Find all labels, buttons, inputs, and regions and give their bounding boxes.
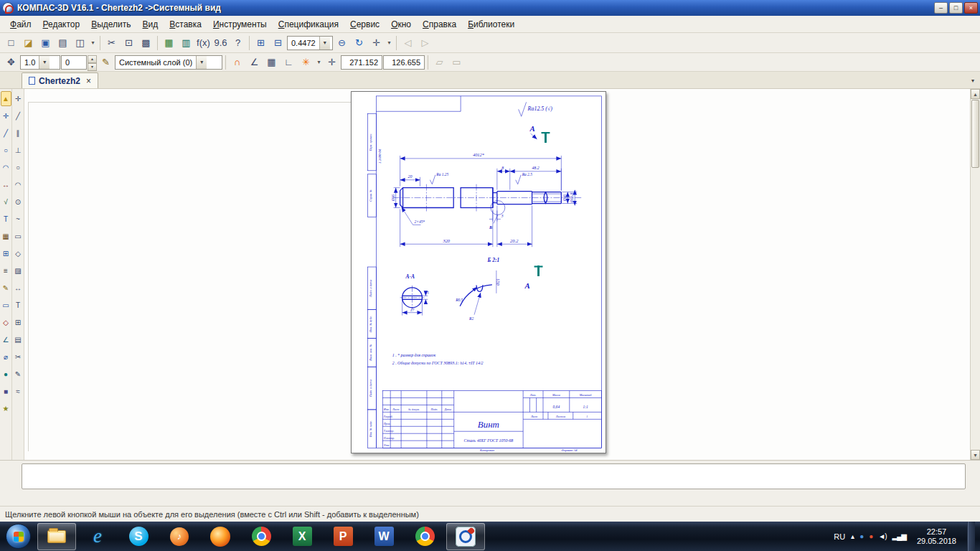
tool-ellipse[interactable]: ⊙ xyxy=(13,194,24,209)
minimize-button[interactable]: – xyxy=(934,2,948,14)
context-help-button[interactable]: ? xyxy=(230,35,246,51)
scrollbar-track[interactable] xyxy=(971,169,980,450)
layer-combo[interactable]: Системный слой (0) ▾ xyxy=(115,55,222,70)
start-button[interactable] xyxy=(6,524,31,549)
taskbar-clock[interactable]: 22:57 29.05.2018 xyxy=(912,527,961,546)
tab-chertezh2[interactable]: Chertezh2 × xyxy=(22,72,98,88)
spin-down-icon[interactable]: ▾ xyxy=(88,63,97,71)
zoom-frame-button[interactable]: ⊟ xyxy=(270,35,286,51)
taskbar-word[interactable]: W xyxy=(364,523,403,550)
panel-angle[interactable]: ∠ xyxy=(1,332,11,347)
open-button[interactable]: ◪ xyxy=(20,35,37,51)
taskbar-kompas[interactable] xyxy=(446,523,485,550)
menu-window[interactable]: Окно xyxy=(385,17,417,32)
taskbar-firefox[interactable] xyxy=(201,523,240,550)
coordinate-x-field[interactable]: 271.152 xyxy=(341,55,382,70)
tool-hatch[interactable]: ▨ xyxy=(13,263,24,278)
taskbar-browser[interactable] xyxy=(405,523,444,550)
panel-edit[interactable]: ✎ xyxy=(1,281,11,296)
snap-move-button[interactable]: ✥ xyxy=(3,55,19,70)
panel-select[interactable]: ▲ xyxy=(1,91,11,106)
rounding-button[interactable]: ✳ xyxy=(298,55,314,70)
panel-geometry[interactable]: ✛ xyxy=(1,108,11,123)
panel-measure[interactable]: ● xyxy=(1,367,11,382)
grid-button[interactable]: ▦ xyxy=(263,55,280,70)
taskbar-powerpoint[interactable]: P xyxy=(324,523,362,550)
panel-roughness[interactable]: √ xyxy=(1,194,11,209)
tool-perpendicular[interactable]: ⊥ xyxy=(13,143,24,158)
next-view-button[interactable]: ▷ xyxy=(417,35,433,51)
tool-approx[interactable]: ≈ xyxy=(13,384,24,399)
angle-snap-button[interactable]: ∠ xyxy=(246,55,263,70)
tool-text[interactable]: Т xyxy=(13,298,24,313)
zoom-out-button[interactable]: ⊖ xyxy=(334,35,350,51)
scroll-down-icon[interactable]: ▾ xyxy=(971,450,980,460)
taskbar-chrome[interactable] xyxy=(242,523,281,550)
tool-rectangle[interactable]: ▭ xyxy=(13,229,24,244)
drawing-sheet-svg[interactable]: Перв. примен. Справ. № Подп. и дата Инв.… xyxy=(352,92,606,453)
tab-close-icon[interactable]: × xyxy=(84,76,91,86)
pan-button[interactable]: ✛ xyxy=(368,35,385,51)
panel-rectangle[interactable]: ▭ xyxy=(1,298,11,313)
panel-dimensions[interactable]: ↔ xyxy=(1,177,11,192)
new-caret-icon[interactable]: ▾ xyxy=(89,35,97,51)
tray-volume-icon[interactable]: ◄) xyxy=(878,532,886,540)
zoom-combo-arrow-icon[interactable]: ▾ xyxy=(319,37,330,50)
report-button[interactable]: ▥ xyxy=(178,35,194,51)
tool-cursor[interactable]: ✛ xyxy=(13,91,24,106)
angle-spinner[interactable]: ▴ ▾ xyxy=(88,55,97,70)
menu-editor[interactable]: Редактор xyxy=(37,17,86,32)
taskbar-skype[interactable]: S xyxy=(119,523,158,550)
menu-file[interactable]: Файл xyxy=(4,17,37,32)
menu-service[interactable]: Сервис xyxy=(344,17,385,32)
panel-library[interactable]: ★ xyxy=(1,401,11,416)
precision-button[interactable]: 9.6 xyxy=(212,35,229,51)
tool-arc[interactable]: ◠ xyxy=(13,177,24,192)
tray-hidden-icons-arrow[interactable]: ▴ xyxy=(851,532,854,540)
specification-button[interactable]: ▦ xyxy=(161,35,177,51)
language-indicator[interactable]: RU xyxy=(834,532,845,541)
scrollbar-thumb[interactable] xyxy=(971,100,979,168)
panel-parameterization[interactable]: ◇ xyxy=(1,315,11,330)
panel-hatch[interactable]: ▦ xyxy=(1,229,11,244)
cut-button[interactable]: ✂ xyxy=(103,35,120,51)
curve-scale-arrow-icon[interactable]: ▾ xyxy=(39,56,50,69)
menu-tools[interactable]: Инструменты xyxy=(207,17,273,32)
scroll-up-icon[interactable]: ▴ xyxy=(971,89,980,99)
zoom-area-button[interactable]: ⊞ xyxy=(253,35,269,51)
taskbar-media-player[interactable]: ♪ xyxy=(160,523,199,550)
zoom-caret-icon[interactable]: ▾ xyxy=(385,35,393,51)
paste-button[interactable]: ▩ xyxy=(138,35,154,51)
save-button[interactable]: ▣ xyxy=(37,35,54,51)
tool-circle[interactable]: ○ xyxy=(13,160,24,175)
drawing-sheet[interactable]: Перв. примен. Справ. № Подп. и дата Инв.… xyxy=(351,91,606,453)
menu-specification[interactable]: Спецификация xyxy=(273,17,344,32)
tool-spline[interactable]: ~ xyxy=(13,212,24,227)
zoom-combo[interactable]: 0.4472 ▾ xyxy=(287,36,333,50)
tool-table[interactable]: ⊞ xyxy=(13,315,24,330)
variables-button[interactable]: f(x) xyxy=(195,35,212,51)
tool-view[interactable]: ▤ xyxy=(13,332,24,347)
spin-up-icon[interactable]: ▴ xyxy=(88,55,97,63)
curve-scale-combo[interactable]: 1.0 ▾ xyxy=(20,55,60,70)
properties-button[interactable]: ▭ xyxy=(448,55,465,70)
angle-field[interactable]: 0 xyxy=(61,55,87,70)
magnet-snap-button[interactable]: ∩ xyxy=(229,55,245,70)
vertical-scrollbar[interactable]: ▴ ▾ xyxy=(970,89,980,460)
print-preview-button[interactable]: ◫ xyxy=(72,35,88,51)
layer-combo-arrow-icon[interactable]: ▾ xyxy=(196,56,207,69)
taskbar-ie[interactable]: e xyxy=(78,523,117,550)
tray-antivirus-icon[interactable]: ● xyxy=(869,532,872,540)
panel-views[interactable]: ■ xyxy=(1,384,11,399)
new-document-button[interactable]: □ xyxy=(3,35,19,51)
menu-view[interactable]: Вид xyxy=(137,17,164,32)
copy-properties-button[interactable]: ▱ xyxy=(431,55,448,70)
close-button[interactable]: × xyxy=(964,2,978,14)
property-bar-input[interactable] xyxy=(22,463,966,489)
menu-insert[interactable]: Вставка xyxy=(164,17,207,32)
panel-text[interactable]: Т xyxy=(1,212,11,227)
edit-layers-button[interactable]: ✎ xyxy=(98,55,114,70)
tool-aux-line[interactable]: ╱ xyxy=(13,108,24,123)
maximize-button[interactable]: □ xyxy=(949,2,963,14)
panel-diameter[interactable]: ⌀ xyxy=(1,349,11,364)
